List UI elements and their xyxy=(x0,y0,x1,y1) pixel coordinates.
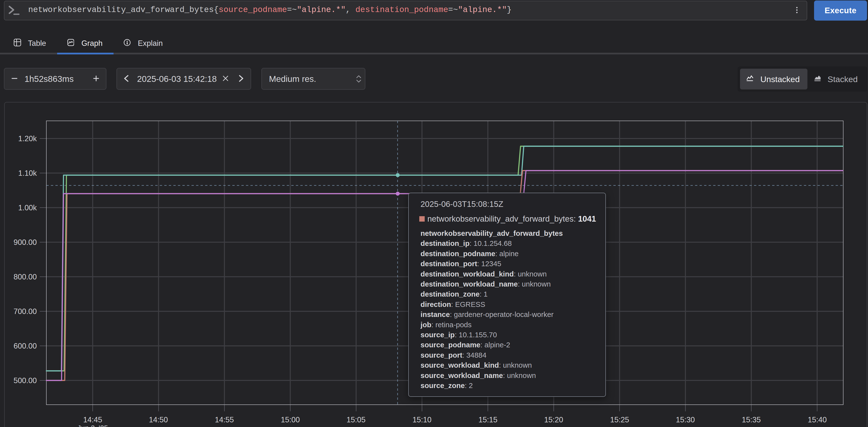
svg-text:15:40: 15:40 xyxy=(808,416,827,424)
svg-text:700.00: 700.00 xyxy=(13,307,37,316)
svg-text:15:10: 15:10 xyxy=(412,416,432,424)
svg-text:1.10k: 1.10k xyxy=(18,169,37,177)
svg-text:15:20: 15:20 xyxy=(544,416,563,424)
svg-text:500.00: 500.00 xyxy=(13,376,37,385)
svg-text:15:35: 15:35 xyxy=(742,416,761,424)
svg-text:900.00: 900.00 xyxy=(13,238,37,247)
svg-text:15:05: 15:05 xyxy=(346,416,366,424)
svg-text:Jun 3, '25: Jun 3, '25 xyxy=(78,424,108,427)
svg-text:15:30: 15:30 xyxy=(676,416,695,424)
svg-text:600.00: 600.00 xyxy=(13,342,37,350)
svg-text:800.00: 800.00 xyxy=(13,272,37,281)
svg-text:15:00: 15:00 xyxy=(281,416,300,424)
svg-text:14:55: 14:55 xyxy=(215,416,234,424)
svg-text:15:25: 15:25 xyxy=(610,416,629,424)
svg-text:1.00k: 1.00k xyxy=(18,203,37,212)
svg-text:14:50: 14:50 xyxy=(149,416,168,424)
svg-text:15:15: 15:15 xyxy=(478,416,497,424)
svg-text:1.20k: 1.20k xyxy=(18,134,37,143)
svg-text:14:45: 14:45 xyxy=(83,416,102,424)
